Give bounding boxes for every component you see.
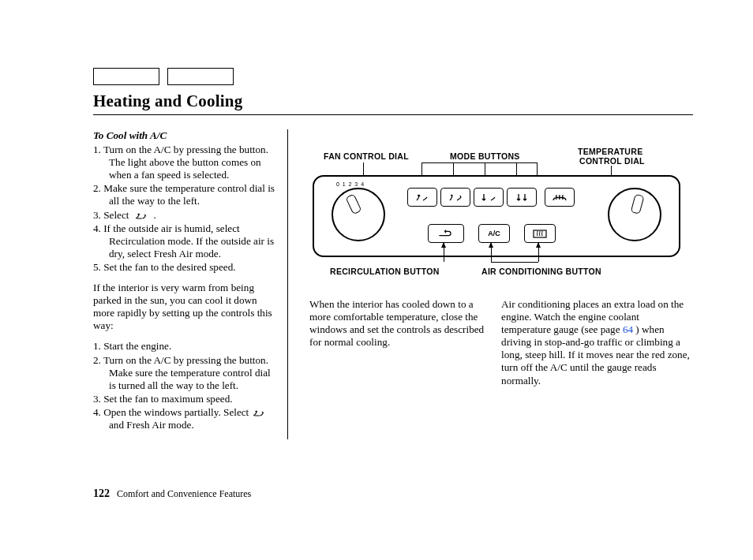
placeholder-box [167, 68, 234, 85]
vent-mode-icon [134, 211, 148, 221]
page-title: Heating and Cooling [93, 91, 693, 111]
page-footer: 122 Comfort and Convenience Features [93, 487, 251, 500]
paragraph: Air conditioning places an extra load on… [501, 298, 691, 387]
fan-ticks: 0 1 2 3 4 [336, 181, 364, 187]
label-temp-dial-1: TEMPERATURE [578, 147, 642, 156]
lower-columns: When the interior has cooled down to a m… [298, 298, 691, 395]
mode-button-row [407, 188, 575, 207]
callout-line [421, 162, 537, 163]
section-name: Comfort and Convenience Features [117, 488, 251, 499]
procedure-list-1: Turn on the A/C by pressing the button. … [93, 144, 278, 274]
control-panel: 0 1 2 3 4 A/C [313, 175, 680, 257]
procedure-list-2: Start the engine. Turn on the A/C by pre… [93, 340, 278, 431]
callout-line [491, 262, 538, 263]
mode-button [474, 188, 504, 207]
mode-button [407, 188, 437, 207]
climate-control-diagram: FAN CONTROL DIAL MODE BUTTONS TEMPERATUR… [298, 140, 691, 287]
ac-button: A/C [478, 224, 510, 243]
placeholder-box [93, 68, 159, 85]
list-item: If the outside air is humid, select Reci… [93, 222, 278, 260]
callout-arrow [491, 243, 492, 262]
fan-control-dial [332, 188, 385, 241]
rear-defrost-button [524, 224, 556, 243]
list-item: Open the windows partially. Select and F… [93, 406, 278, 431]
list-item: Make sure the temperature control dial i… [93, 182, 278, 207]
column-2: When the interior has cooled down to a m… [298, 298, 496, 395]
list-item: Set the fan to the desired speed. [93, 261, 278, 274]
header-placeholder-boxes [93, 68, 693, 85]
temperature-control-dial [608, 188, 661, 241]
page-reference-link[interactable]: 64 [623, 323, 633, 335]
paragraph: When the interior has cooled down to a m… [309, 298, 489, 349]
recirculation-button [428, 224, 464, 243]
callout-arrow [538, 243, 539, 262]
mode-button [440, 188, 470, 207]
label-fan-dial: FAN CONTROL DIAL [324, 151, 409, 161]
label-ac: AIR CONDITIONING BUTTON [481, 267, 601, 276]
defrost-button [545, 188, 575, 207]
paragraph: If the interior is very warm from being … [93, 282, 278, 332]
vent-mode-icon [252, 409, 266, 418]
list-item: Turn on the A/C by pressing the button. … [93, 354, 278, 392]
list-item: Select . [93, 209, 278, 222]
title-rule [93, 114, 693, 115]
subhead: To Cool with A/C [93, 129, 278, 142]
label-recirc: RECIRCULATION BUTTON [330, 267, 440, 276]
list-item: Set the fan to maximum speed. [93, 393, 278, 405]
column-3: Air conditioning places an extra load on… [496, 298, 691, 395]
mode-button [507, 188, 537, 207]
callout-arrow [444, 243, 444, 262]
page-number: 122 [93, 487, 110, 499]
label-mode-buttons: MODE BUTTONS [450, 151, 520, 161]
lower-button-row: A/C [428, 224, 556, 243]
column-1: To Cool with A/C Turn on the A/C by pres… [93, 129, 288, 439]
list-item: Turn on the A/C by pressing the button. … [93, 144, 278, 181]
list-item: Start the engine. [93, 340, 278, 353]
label-temp-dial-2: CONTROL DIAL [579, 156, 645, 166]
